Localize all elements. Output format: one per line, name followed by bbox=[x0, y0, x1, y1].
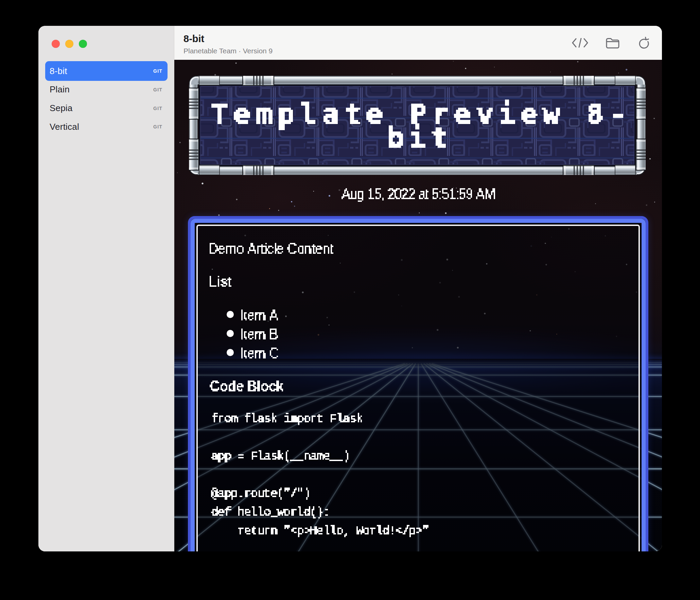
code-line: def hello_world(): bbox=[210, 506, 434, 525]
code-icon[interactable] bbox=[572, 38, 588, 48]
post-date: Aug 15, 2022 at 5:51:59 AM bbox=[174, 188, 662, 202]
code-line: from flask import Flask bbox=[210, 413, 434, 431]
code-line: @app.route("/") bbox=[210, 488, 434, 506]
sidebar-item-label: Sepia bbox=[50, 103, 73, 113]
article-intro: Demo Article Content bbox=[210, 243, 333, 254]
sidebar-item-label: Vertical bbox=[50, 122, 79, 132]
git-badge: GIT bbox=[153, 87, 162, 92]
code-line: return "<p>Hello, World!</p>" bbox=[210, 525, 434, 544]
sidebar-item-8-bit[interactable]: 8-bitGIT bbox=[45, 61, 168, 81]
main-pane: 8-bit Planetable Team · Version 9 bbox=[174, 26, 662, 551]
template-preview-webview[interactable]: Template Preview 8-bit Aug 15, 2022 at 5… bbox=[174, 60, 662, 551]
article-box: Demo Article Content List Item A Item B … bbox=[188, 216, 648, 551]
preview-header: 8-bit Planetable Team · Version 9 bbox=[174, 26, 662, 60]
header-toolbar bbox=[572, 26, 650, 60]
banner-title: Template Preview 8-bit bbox=[203, 74, 632, 173]
sidebar-item-sepia[interactable]: SepiaGIT bbox=[45, 99, 168, 118]
article-box-inner-border: Demo Article Content List Item A Item B … bbox=[191, 219, 646, 551]
list-item: Item C bbox=[241, 348, 278, 358]
traffic-lights bbox=[52, 40, 87, 48]
list-item: Item B bbox=[241, 329, 278, 339]
git-badge: GIT bbox=[153, 106, 162, 111]
article-box-gap: Demo Article Content List Item A Item B … bbox=[195, 223, 642, 551]
bullet-icon bbox=[227, 349, 234, 356]
code-heading: Code Block bbox=[210, 381, 283, 391]
git-badge: GIT bbox=[153, 68, 162, 74]
sidebar-item-plain[interactable]: PlainGIT bbox=[45, 80, 168, 100]
minimize-window-button[interactable] bbox=[65, 40, 73, 48]
bullet-icon bbox=[227, 311, 234, 318]
page-title: 8-bit bbox=[183, 33, 204, 45]
code-block: from flask import Flaskapp = Flask(__nam… bbox=[210, 413, 434, 544]
article-content: Demo Article Content List Item A Item B … bbox=[198, 226, 638, 551]
sidebar: 8-bitGITPlainGITSepiaGITVerticalGIT bbox=[38, 26, 174, 551]
close-window-button[interactable] bbox=[52, 40, 60, 48]
list-heading: List bbox=[210, 276, 231, 287]
folder-icon[interactable] bbox=[606, 37, 619, 49]
code-line bbox=[210, 469, 434, 488]
article-box-surface: Demo Article Content List Item A Item B … bbox=[196, 225, 640, 551]
sidebar-item-label: Plain bbox=[50, 84, 70, 95]
reload-icon[interactable] bbox=[637, 36, 650, 49]
screenshot-root: { "window": { "sidebar": { "items": [ {"… bbox=[0, 0, 700, 600]
sidebar-item-vertical[interactable]: VerticalGIT bbox=[45, 117, 168, 137]
list-item: Item A bbox=[241, 310, 278, 320]
code-line bbox=[210, 431, 434, 450]
bullet-icon bbox=[227, 330, 234, 337]
sidebar-item-label: 8-bit bbox=[50, 66, 67, 76]
code-line: app = Flask(__name__) bbox=[210, 450, 434, 469]
banner: Template Preview 8-bit bbox=[189, 76, 646, 175]
git-badge: GIT bbox=[153, 124, 162, 129]
app-window: 8-bitGITPlainGITSepiaGITVerticalGIT 8-bi… bbox=[38, 26, 662, 551]
page-subtitle: Planetable Team · Version 9 bbox=[183, 47, 273, 55]
zoom-window-button[interactable] bbox=[79, 40, 87, 48]
